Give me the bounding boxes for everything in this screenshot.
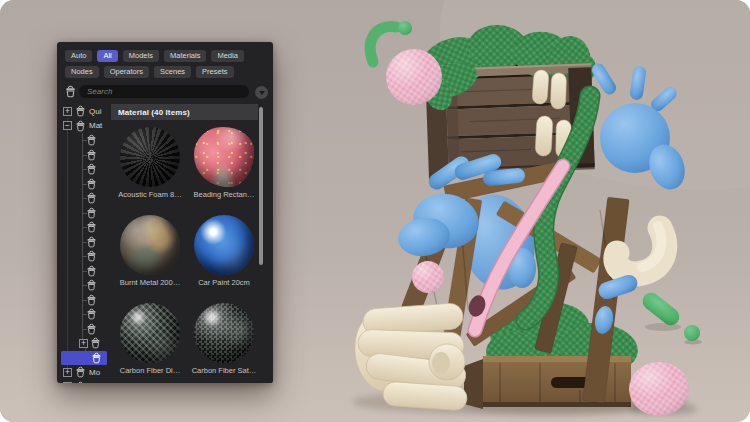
material-thumbnail-acoustic-foam	[120, 127, 180, 187]
filter-tabs-row1: Auto All Models Materials Media	[65, 50, 244, 62]
expand-icon[interactable]: +	[79, 339, 88, 348]
basket-icon	[85, 294, 98, 306]
asset-item[interactable]: Burnt Metal 200…	[113, 208, 187, 296]
asset-item-label: Acoustic Foam 8…	[118, 190, 181, 199]
basket-icon	[85, 149, 98, 161]
material-thumbnail-carbon-diamond	[120, 303, 180, 363]
tab-operators[interactable]: Operators	[104, 66, 149, 78]
asset-item[interactable]: Carbon Fiber Di…	[113, 296, 187, 383]
tab-media[interactable]: Media	[211, 50, 243, 62]
tree-item-label: Mat	[89, 121, 102, 130]
basket-icon	[85, 308, 98, 320]
asset-item-label: Beading Rectan…	[194, 190, 255, 199]
material-thumbnail-carbon-satin	[194, 303, 254, 363]
basket-icon	[74, 120, 87, 132]
tab-scenes[interactable]: Scenes	[154, 66, 191, 78]
expand-icon[interactable]: +	[63, 368, 72, 377]
tab-all[interactable]: All	[97, 50, 117, 62]
basket-icon	[74, 366, 87, 378]
tree-item-label: Mo	[89, 368, 100, 377]
search-options-button[interactable]	[255, 86, 268, 99]
green-clay-ball-top	[398, 21, 412, 35]
basket-icon	[74, 381, 87, 384]
asset-item[interactable]: Beading Rectan…	[187, 120, 261, 208]
basket-icon	[85, 207, 98, 219]
material-thumbnail-burnt-metal	[120, 215, 180, 275]
tab-nodes[interactable]: Nodes	[65, 66, 99, 78]
collapse-icon[interactable]: −	[63, 121, 72, 130]
filter-tabs-row2: Nodes Operators Scenes Presets	[65, 66, 234, 78]
asset-grid: Acoustic Foam 8… Beading Rectan… Burnt M…	[111, 120, 273, 383]
tab-auto[interactable]: Auto	[65, 50, 92, 62]
asset-item[interactable]: Car Paint 20cm	[187, 208, 261, 296]
asset-item-label: Burnt Metal 200…	[120, 278, 180, 287]
basket-icon	[90, 352, 103, 364]
asset-browser-panel: Auto All Models Materials Media Nodes Op…	[57, 42, 273, 383]
pink-knit-ball	[386, 49, 442, 105]
tree-item-label: Qui	[89, 107, 101, 116]
group-header-label: Material (40 Items)	[118, 108, 190, 117]
tab-models[interactable]: Models	[123, 50, 159, 62]
basket-icon	[64, 85, 77, 98]
asset-item-label: Carbon Fiber Di…	[120, 366, 180, 375]
asset-item-label: Car Paint 20cm	[198, 278, 250, 287]
search-input[interactable]	[79, 85, 249, 98]
basket-icon	[85, 250, 98, 262]
expand-icon[interactable]: +	[63, 382, 72, 383]
asset-item-label: Carbon Fiber Sat…	[192, 366, 257, 375]
material-thumbnail-car-paint	[194, 215, 254, 275]
basket-icon	[85, 178, 98, 190]
basket-icon	[85, 323, 98, 335]
search-bar	[57, 85, 273, 99]
basket-icon	[74, 105, 87, 117]
material-thumbnail-beading	[194, 127, 254, 187]
screenshot-frame: Auto All Models Materials Media Nodes Op…	[0, 0, 750, 422]
basket-icon	[85, 221, 98, 233]
tab-materials[interactable]: Materials	[164, 50, 206, 62]
asset-item[interactable]: Carbon Fiber Sat…	[187, 296, 261, 383]
group-header: Material (40 Items)	[111, 104, 258, 120]
basket-icon	[85, 192, 98, 204]
basket-icon	[89, 337, 102, 349]
basket-icon	[85, 279, 98, 291]
basket-icon	[85, 163, 98, 175]
basket-icon	[85, 265, 98, 277]
pink-knit-ball-small	[412, 261, 444, 293]
scrollbar-thumb[interactable]	[259, 107, 263, 265]
basket-icon	[85, 236, 98, 248]
tab-presets[interactable]: Presets	[196, 66, 233, 78]
chevron-down-icon	[259, 91, 265, 95]
basket-icon	[85, 134, 98, 146]
expand-icon[interactable]: +	[63, 107, 72, 116]
green-clay-ball-bottom	[684, 325, 700, 341]
asset-item[interactable]: Acoustic Foam 8…	[113, 120, 187, 208]
asset-grid-pane: Material (40 Items) Acoustic Foam 8… Bea…	[111, 104, 273, 383]
